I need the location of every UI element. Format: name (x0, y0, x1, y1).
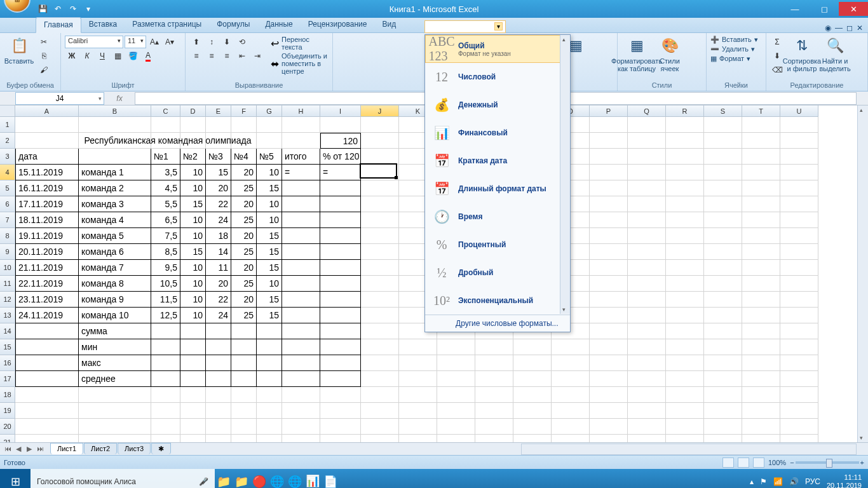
vertical-scrollbar[interactable] (857, 105, 868, 442)
cell[interactable] (704, 149, 742, 165)
cell[interactable] (666, 387, 704, 403)
cell[interactable] (206, 435, 231, 442)
col-header-Q[interactable]: Q (628, 105, 666, 117)
cell[interactable] (780, 133, 818, 149)
delete-cells-button[interactable]: ➖Удалить▾ (710, 45, 755, 53)
cell[interactable]: 24 (206, 212, 231, 228)
cell[interactable] (320, 419, 361, 435)
cell[interactable] (513, 387, 552, 403)
cell[interactable] (257, 371, 282, 387)
cell[interactable]: команда 2 (79, 180, 151, 196)
cell[interactable] (206, 371, 231, 387)
cell[interactable]: 10 (257, 165, 282, 180)
cell[interactable] (282, 228, 320, 244)
merge-center-button[interactable]: ⬌ Объединить и поместить в центре (271, 52, 329, 75)
cell[interactable] (628, 276, 666, 292)
row-header-16[interactable]: 16 (0, 355, 15, 371)
cell[interactable] (180, 387, 206, 403)
cell[interactable] (590, 180, 628, 196)
cell[interactable]: = (320, 165, 361, 180)
align-middle-icon[interactable]: ↕ (205, 36, 219, 48)
cell[interactable]: 19.11.2019 (15, 228, 79, 244)
cell[interactable] (151, 435, 180, 442)
cell[interactable]: 11 (206, 260, 231, 276)
cell[interactable] (282, 276, 320, 292)
cell[interactable]: №5 (257, 149, 282, 165)
cell[interactable] (399, 403, 437, 419)
cell[interactable] (628, 117, 666, 133)
name-box[interactable]: J4 (15, 92, 104, 105)
cell[interactable] (780, 117, 818, 133)
cell[interactable] (361, 117, 399, 133)
cell[interactable] (282, 419, 320, 435)
cell[interactable] (666, 292, 704, 308)
cell[interactable] (437, 339, 475, 355)
cell[interactable] (628, 133, 666, 149)
cell[interactable] (780, 419, 818, 435)
cell[interactable] (180, 323, 206, 339)
cell[interactable] (552, 387, 590, 403)
cell[interactable] (437, 403, 475, 419)
cell[interactable] (361, 244, 399, 260)
cell[interactable]: 21.11.2019 (15, 260, 79, 276)
cell[interactable] (704, 403, 742, 419)
cell[interactable] (180, 419, 206, 435)
cell[interactable]: 15 (257, 244, 282, 260)
cell[interactable] (742, 355, 780, 371)
cell[interactable] (231, 403, 257, 419)
cell[interactable] (628, 244, 666, 260)
cell[interactable] (282, 244, 320, 260)
cell[interactable] (704, 323, 742, 339)
cell[interactable]: 20 (231, 292, 257, 308)
zoom-out-icon[interactable]: − (790, 459, 794, 466)
cell[interactable] (231, 371, 257, 387)
sheet-tab[interactable]: Лист3 (118, 443, 151, 454)
cell[interactable] (206, 339, 231, 355)
cell[interactable] (437, 387, 475, 403)
row-header-12[interactable]: 12 (0, 292, 15, 308)
number-format-option[interactable]: ½Дробный (425, 259, 570, 287)
cell[interactable] (666, 196, 704, 212)
taskbar-excel-icon[interactable]: 📊 (304, 473, 322, 488)
cell[interactable] (704, 292, 742, 308)
cell[interactable] (666, 371, 704, 387)
cell[interactable]: среднее (79, 371, 151, 387)
cell[interactable] (590, 308, 628, 323)
cell[interactable] (628, 371, 666, 387)
cell[interactable] (231, 387, 257, 403)
cell[interactable]: сумма (79, 323, 151, 339)
number-format-option[interactable]: ABC 123ОбщийФормат не указан (425, 35, 570, 63)
cell[interactable] (666, 260, 704, 276)
cell[interactable]: команда 4 (79, 212, 151, 228)
cell[interactable] (780, 339, 818, 355)
cell[interactable] (704, 133, 742, 149)
number-format-option[interactable]: 10²Экспоненциальный (425, 287, 570, 315)
col-header-U[interactable]: U (780, 105, 818, 117)
cell[interactable]: 15.11.2019 (15, 165, 79, 180)
cell[interactable] (780, 355, 818, 371)
cell[interactable]: 14 (206, 244, 231, 260)
find-select-button[interactable]: 🔍 Найти и выделить (820, 36, 850, 72)
row-header-11[interactable]: 11 (0, 276, 15, 292)
col-header-T[interactable]: T (742, 105, 780, 117)
cell[interactable] (79, 435, 151, 442)
cell[interactable]: 7,5 (151, 228, 180, 244)
cell[interactable]: 20 (231, 196, 257, 212)
help-icon[interactable]: ◉ (825, 24, 831, 32)
cell[interactable]: 120 (320, 133, 361, 149)
cell[interactable] (552, 403, 590, 419)
taskbar-chrome-icon[interactable]: 🌐 (268, 473, 286, 488)
cell[interactable] (399, 419, 437, 435)
cell[interactable] (780, 323, 818, 339)
cell[interactable]: команда 1 (79, 165, 151, 180)
cell[interactable] (231, 419, 257, 435)
cell[interactable] (628, 419, 666, 435)
cell[interactable] (742, 292, 780, 308)
cell[interactable] (704, 212, 742, 228)
cell[interactable]: команда 5 (79, 228, 151, 244)
row-header-1[interactable]: 1 (0, 117, 15, 133)
row-header-7[interactable]: 7 (0, 212, 15, 228)
ribbon-tab-3[interactable]: Формулы (209, 17, 257, 32)
cell[interactable] (590, 133, 628, 149)
office-button[interactable]: ⊞ (4, 0, 31, 13)
